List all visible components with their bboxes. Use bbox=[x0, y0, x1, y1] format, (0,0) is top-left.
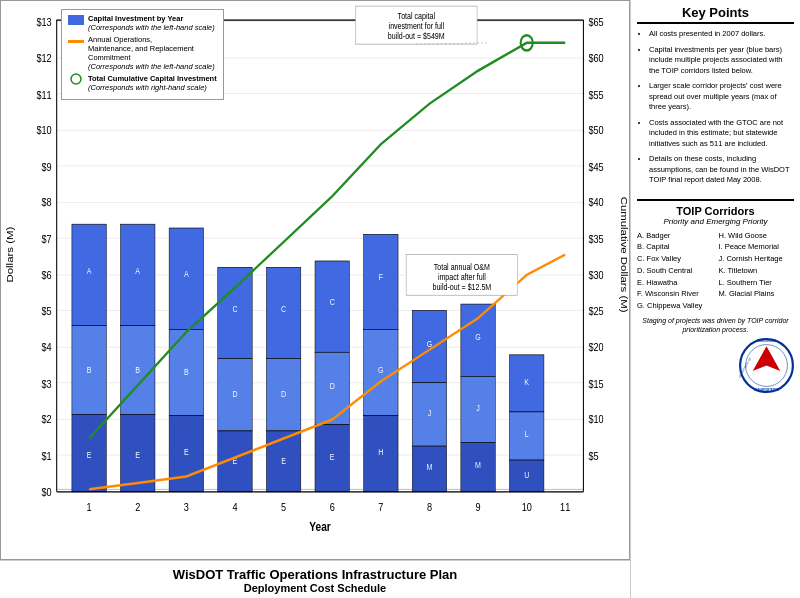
svg-text:investment for full: investment for full bbox=[389, 21, 445, 31]
svg-text:$55: $55 bbox=[588, 89, 603, 101]
key-point-5: Details on these costs, including assump… bbox=[649, 154, 794, 186]
legend-label-cumulative: Total Cumulative Capital Investment (Cor… bbox=[88, 74, 217, 92]
svg-text:9: 9 bbox=[476, 501, 481, 513]
legend-item-cumulative: Total Cumulative Capital Investment (Cor… bbox=[68, 74, 217, 92]
logo-area: WISCONSIN TRANSPORTATION DEPARTMENT OF bbox=[637, 338, 794, 393]
svg-text:$40: $40 bbox=[588, 197, 603, 209]
svg-text:$0: $0 bbox=[42, 486, 52, 498]
key-point-2: Capital investments per year (blue bars)… bbox=[649, 45, 794, 77]
corridor-b: B. Capital bbox=[637, 242, 713, 252]
svg-text:$10: $10 bbox=[588, 413, 603, 425]
svg-text:$12: $12 bbox=[36, 52, 51, 64]
svg-text:$11: $11 bbox=[36, 89, 51, 101]
chart-title-sub: Deployment Cost Schedule bbox=[0, 582, 630, 594]
corridor-f: F. Wisconsin River bbox=[637, 289, 713, 299]
corridor-c: C. Fox Valley bbox=[637, 254, 713, 264]
svg-text:B: B bbox=[184, 367, 189, 377]
svg-text:E: E bbox=[87, 450, 92, 460]
chart-wrapper: $0 $1 $2 $3 $4 $5 $6 $7 $8 $9 $10 $11 $1… bbox=[0, 0, 630, 560]
svg-text:$4: $4 bbox=[42, 341, 52, 353]
svg-text:$1: $1 bbox=[42, 450, 52, 462]
svg-text:M: M bbox=[427, 462, 433, 472]
svg-point-131 bbox=[71, 74, 81, 84]
svg-text:$6: $6 bbox=[42, 269, 52, 281]
wi-dot-logo: WISCONSIN TRANSPORTATION DEPARTMENT OF bbox=[739, 338, 794, 393]
svg-text:D: D bbox=[281, 389, 286, 399]
svg-text:WISCONSIN: WISCONSIN bbox=[757, 339, 777, 343]
legend-item-om: Annual Operations,Maintenance, and Repla… bbox=[68, 35, 217, 71]
svg-text:D: D bbox=[330, 381, 335, 391]
svg-text:$9: $9 bbox=[42, 161, 52, 173]
svg-text:$5: $5 bbox=[42, 306, 52, 318]
title-area: WisDOT Traffic Operations Infrastructure… bbox=[0, 560, 630, 598]
svg-text:F: F bbox=[379, 272, 383, 282]
svg-text:build-out = $549M: build-out = $549M bbox=[388, 31, 445, 41]
key-points-title: Key Points bbox=[637, 5, 794, 24]
svg-text:A: A bbox=[135, 266, 140, 276]
chart-title-main: WisDOT Traffic Operations Infrastructure… bbox=[0, 567, 630, 582]
svg-text:$5: $5 bbox=[588, 450, 598, 462]
svg-text:$45: $45 bbox=[588, 161, 603, 173]
right-panel: Key Points All costs presented in 2007 d… bbox=[630, 0, 800, 598]
chart-legend: Capital Investment by Year (Corresponds … bbox=[61, 9, 224, 100]
svg-text:L: L bbox=[525, 430, 529, 440]
svg-text:G: G bbox=[475, 332, 481, 342]
svg-text:$35: $35 bbox=[588, 233, 603, 245]
svg-text:D: D bbox=[232, 389, 237, 399]
corridor-a: A. Badger bbox=[637, 231, 713, 241]
corridor-e: E. Hiawatha bbox=[637, 278, 713, 288]
main-container: $0 $1 $2 $3 $4 $5 $6 $7 $8 $9 $10 $11 $1… bbox=[0, 0, 800, 598]
key-points-list: All costs presented in 2007 dollars. Cap… bbox=[637, 29, 794, 191]
toip-subtitle: Priority and Emerging Priority bbox=[637, 217, 794, 226]
svg-text:$15: $15 bbox=[588, 378, 603, 390]
svg-text:$30: $30 bbox=[588, 269, 603, 281]
svg-text:Cumulative Dollars (M): Cumulative Dollars (M) bbox=[619, 197, 629, 313]
svg-text:5: 5 bbox=[281, 501, 286, 513]
svg-text:$8: $8 bbox=[42, 197, 52, 209]
svg-text:$10: $10 bbox=[36, 124, 51, 136]
svg-text:impact after full: impact after full bbox=[438, 272, 486, 282]
svg-text:$13: $13 bbox=[36, 16, 51, 28]
key-point-4: Costs associated with the GTOC are not i… bbox=[649, 118, 794, 150]
corridor-h: H. Wild Goose bbox=[719, 231, 795, 241]
corridor-m: M. Glacial Plains bbox=[719, 289, 795, 299]
svg-text:$3: $3 bbox=[42, 378, 52, 390]
legend-color-capital bbox=[68, 15, 84, 25]
toip-title: TOIP Corridors bbox=[637, 205, 794, 217]
svg-text:B: B bbox=[87, 365, 92, 375]
svg-text:J: J bbox=[476, 403, 480, 413]
toip-corridors-grid: A. Badger H. Wild Goose B. Capital I. Pe… bbox=[637, 231, 794, 311]
svg-text:K: K bbox=[524, 378, 529, 388]
svg-text:6: 6 bbox=[330, 501, 335, 513]
svg-text:G: G bbox=[378, 365, 384, 375]
svg-text:$20: $20 bbox=[588, 341, 603, 353]
svg-text:M: M bbox=[475, 460, 481, 470]
svg-text:11: 11 bbox=[560, 501, 570, 513]
svg-text:$65: $65 bbox=[588, 16, 603, 28]
svg-text:2: 2 bbox=[135, 501, 140, 513]
svg-text:TRANSPORTATION: TRANSPORTATION bbox=[754, 388, 779, 392]
corridor-i: I. Peace Memorial bbox=[719, 242, 795, 252]
svg-text:J: J bbox=[428, 408, 432, 418]
svg-text:7: 7 bbox=[378, 501, 383, 513]
svg-text:3: 3 bbox=[184, 501, 189, 513]
svg-text:$7: $7 bbox=[42, 233, 52, 245]
corridor-j: J. Cornish Heritage bbox=[719, 254, 795, 264]
svg-text:1: 1 bbox=[87, 501, 92, 513]
svg-text:C: C bbox=[330, 298, 335, 308]
svg-text:C: C bbox=[281, 304, 286, 314]
svg-text:$2: $2 bbox=[42, 413, 52, 425]
svg-text:H: H bbox=[378, 447, 383, 457]
svg-text:Total annual O&M: Total annual O&M bbox=[434, 262, 491, 272]
svg-text:build-out = $12.5M: build-out = $12.5M bbox=[432, 282, 491, 292]
svg-text:Total capital: Total capital bbox=[398, 11, 436, 21]
svg-text:E: E bbox=[135, 450, 140, 460]
svg-text:4: 4 bbox=[232, 501, 237, 513]
legend-color-om bbox=[68, 40, 84, 43]
legend-item-capital: Capital Investment by Year (Corresponds … bbox=[68, 14, 217, 32]
svg-text:$50: $50 bbox=[588, 124, 603, 136]
legend-color-cumulative bbox=[68, 74, 84, 84]
svg-text:U: U bbox=[524, 470, 529, 480]
toip-section: TOIP Corridors Priority and Emerging Pri… bbox=[637, 199, 794, 334]
corridor-k: K. Titletown bbox=[719, 266, 795, 276]
